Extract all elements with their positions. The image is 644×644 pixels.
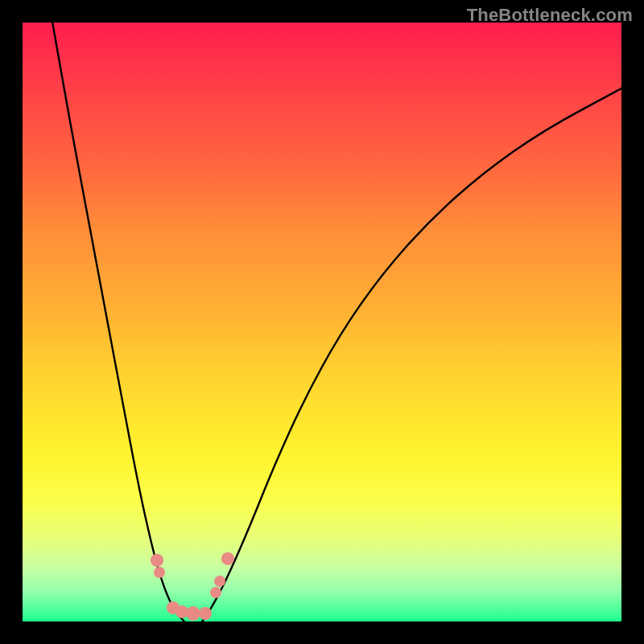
data-marker xyxy=(214,576,225,587)
plot-area xyxy=(23,23,621,621)
chart-frame: TheBottleneck.com xyxy=(0,0,644,644)
watermark-text: TheBottleneck.com xyxy=(467,5,633,26)
curve-right-branch xyxy=(202,89,621,621)
data-marker xyxy=(221,552,234,565)
curve-left-branch xyxy=(52,23,184,621)
bottleneck-curve xyxy=(23,23,621,621)
data-marker xyxy=(151,554,163,567)
data-marker xyxy=(210,587,221,598)
